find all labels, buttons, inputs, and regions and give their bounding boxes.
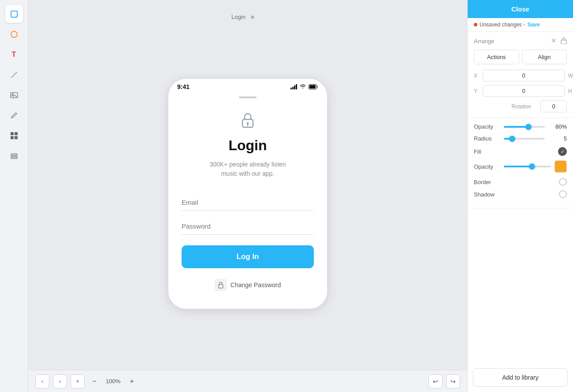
unsaved-indicator — [474, 23, 477, 26]
arrange-title: Arrange — [474, 38, 494, 44]
circle-tool[interactable] — [5, 26, 23, 43]
y-label: Y — [474, 88, 480, 94]
component-tool[interactable] — [5, 127, 23, 144]
fill-opacity-thumb[interactable] — [529, 163, 535, 170]
add-to-library-button[interactable]: Add to library — [473, 368, 568, 387]
radius-thumb[interactable] — [509, 136, 515, 142]
save-link[interactable]: Save — [527, 22, 540, 28]
fill-opacity-slider[interactable] — [504, 166, 551, 167]
zoom-out-button[interactable]: − — [88, 375, 100, 388]
undo-redo-group: ↩ ↪ — [428, 374, 460, 388]
rotation-label: Rotation — [511, 104, 531, 110]
svg-rect-11 — [11, 157, 17, 159]
undo-button[interactable]: ↩ — [428, 374, 443, 388]
shadow-row: Shadow — [474, 190, 567, 198]
svg-rect-7 — [11, 136, 14, 139]
properties-section: Opacity 80% Radius 5 Fill ✓ Opacity — [468, 118, 573, 208]
unsaved-text: Unsaved changes - — [480, 22, 525, 28]
delete-icon[interactable] — [550, 37, 557, 45]
svg-rect-6 — [15, 132, 18, 135]
border-toggle[interactable] — [559, 178, 567, 186]
login-button[interactable]: Log In — [182, 245, 314, 268]
y-input[interactable] — [483, 85, 565, 97]
add-button[interactable]: + — [71, 374, 85, 388]
lock-icon — [240, 111, 256, 132]
wifi-icon — [299, 84, 306, 89]
border-row: Border — [474, 178, 567, 186]
battery-icon — [309, 84, 318, 89]
opacity-row: Opacity 80% — [474, 123, 567, 130]
svg-rect-8 — [15, 136, 18, 139]
radius-value: 5 — [548, 135, 567, 142]
align-button[interactable]: Align — [522, 50, 567, 64]
opacity-value: 80% — [548, 123, 567, 130]
pen-tool[interactable] — [5, 107, 23, 124]
signal-bars-icon — [290, 84, 297, 89]
right-panel: Close Unsaved changes - Save Arrange — [467, 0, 573, 392]
phone-frame: 9:41 — [168, 79, 327, 309]
opacity-thumb[interactable] — [525, 124, 532, 130]
line-tool[interactable] — [5, 66, 23, 84]
unsaved-bar: Unsaved changes - Save — [468, 18, 573, 32]
email-input[interactable] — [182, 194, 314, 211]
x-label: X — [474, 73, 480, 79]
radius-slider[interactable] — [504, 138, 545, 140]
storage-tool[interactable] — [5, 147, 23, 165]
left-toolbar: T — [0, 0, 28, 392]
swipe-handle — [239, 96, 257, 98]
gear-icon[interactable] — [248, 13, 255, 20]
redo-button[interactable]: ↪ — [446, 374, 460, 388]
fill-checkbox[interactable]: ✓ — [558, 147, 567, 156]
opacity-slider[interactable] — [504, 126, 545, 128]
svg-rect-17 — [219, 285, 223, 288]
canvas-content: Login 9:41 — [28, 0, 467, 370]
bottom-toolbar: ‹ › + − 100% + ↩ ↪ — [28, 370, 467, 392]
svg-rect-13 — [309, 85, 316, 89]
radius-row: Radius 5 — [474, 135, 567, 142]
h-label: H — [568, 88, 573, 94]
lock-toggle-icon[interactable] — [561, 37, 567, 45]
svg-rect-18 — [561, 40, 566, 44]
phone-content: Login 300K+ people already listenmusic w… — [168, 93, 327, 309]
login-title: Login — [228, 137, 267, 154]
x-input[interactable] — [483, 70, 565, 81]
shadow-label: Shadow — [474, 191, 559, 198]
actions-button[interactable]: Actions — [474, 50, 519, 64]
w-coord-row: W — [568, 70, 573, 81]
fill-color-swatch[interactable] — [554, 160, 567, 173]
rotation-input[interactable] — [540, 100, 567, 112]
rotation-row: Rotation — [474, 100, 567, 112]
arrange-header: Arrange — [474, 37, 567, 45]
w-label: W — [568, 73, 573, 79]
fill-opacity-label: Opacity — [474, 163, 500, 170]
change-password-row[interactable]: Change Password — [215, 279, 281, 291]
canvas-area: Login 9:41 — [28, 0, 467, 392]
status-bar: 9:41 — [168, 79, 327, 93]
password-input[interactable] — [182, 218, 314, 235]
coords-grid: X W Y H — [474, 70, 567, 97]
zoom-level: 100% — [106, 378, 120, 385]
fill-label: Fill — [474, 148, 558, 155]
status-icons — [290, 84, 318, 89]
status-time: 9:41 — [177, 83, 190, 90]
image-tool[interactable] — [5, 86, 23, 104]
forward-button[interactable]: › — [53, 374, 67, 388]
border-label: Border — [474, 179, 559, 185]
shadow-toggle[interactable] — [559, 190, 567, 198]
rectangle-tool[interactable] — [5, 5, 23, 23]
h-coord-row: H — [568, 85, 573, 97]
fill-row: Fill ✓ — [474, 147, 567, 156]
svg-point-1 — [11, 31, 17, 37]
back-button[interactable]: ‹ — [35, 374, 49, 388]
fill-opacity-row: Opacity — [474, 160, 567, 173]
frame-title: Login — [231, 14, 246, 20]
opacity-label: Opacity — [474, 123, 500, 130]
text-tool[interactable]: T — [5, 46, 23, 63]
svg-line-2 — [11, 72, 17, 78]
login-subtitle: 300K+ people already listenmusic with ou… — [209, 160, 286, 178]
svg-rect-0 — [11, 11, 17, 17]
close-button[interactable]: Close — [468, 0, 573, 18]
svg-rect-10 — [11, 155, 17, 157]
action-align-buttons: Actions Align — [474, 50, 567, 64]
zoom-in-button[interactable]: + — [126, 375, 138, 388]
